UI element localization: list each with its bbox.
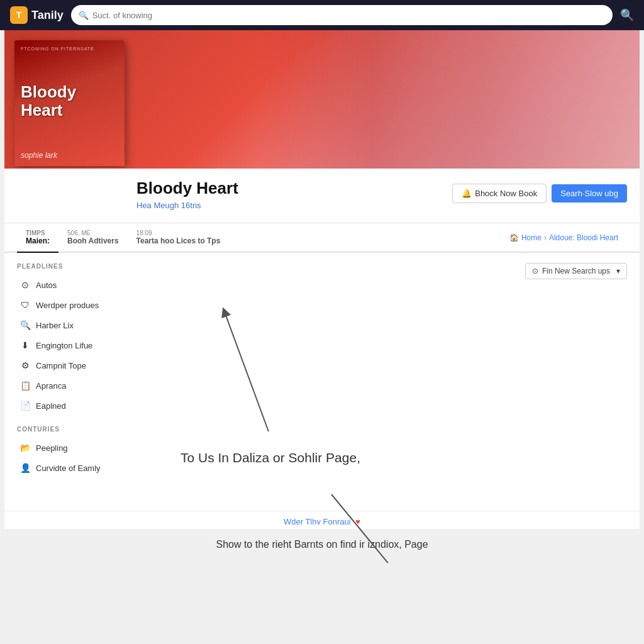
sidebar-item-peepling-label: Peepling — [36, 443, 68, 453]
search-input[interactable] — [92, 11, 605, 20]
hero-background — [258, 30, 640, 169]
search-slow-button[interactable]: Searh·Slow ubg — [552, 184, 627, 203]
book-cover-top-text: FTCOMING ON FITERNSATE — [21, 47, 118, 51]
sidebar-section2-label: CONTURIES — [17, 426, 143, 433]
arrow-svg-2 — [319, 488, 432, 563]
book-cover-banner: FTCOMING ON FITERNSATE Bloody Heart soph… — [14, 40, 125, 166]
tabs-row: TIMPS Maien: 506, ME Booh Adtivers 18:09… — [4, 223, 640, 253]
book-now-button[interactable]: 🔔 Bhock Now Book — [452, 184, 547, 203]
content-area: PLEADLINES ⊙ Autos 🛡 Werdper produes 🔍 H… — [4, 253, 640, 511]
brand-name: Tanily — [31, 9, 64, 22]
tab-lices[interactable]: 18:09 Tearta hoo Lices to Tps — [128, 223, 230, 253]
sidebar-item-engington-label: Engington Lifue — [36, 341, 92, 350]
sidebar-item-werdper[interactable]: 🛡 Werdper produes — [17, 295, 143, 315]
sidebar-item-curvidte-label: Curvidte of Eamly — [36, 464, 101, 473]
book-info-section: Bloody Heart Hea Meugh 16tns 🔔 Bhock Now… — [4, 169, 640, 223]
search-small-icon: 🔍 — [19, 319, 31, 331]
tab-timps-label: TIMPS — [26, 230, 50, 236]
breadcrumb-separator: › — [544, 233, 547, 242]
tab-1809-label: 18:09 — [136, 230, 221, 236]
sidebar-section1-label: PLEADLINES — [17, 263, 143, 270]
circle-icon: ⊙ — [19, 279, 31, 291]
sidebar-item-autos-label: Autos — [36, 280, 57, 290]
folder-icon: 📂 — [19, 442, 31, 453]
tab-book-advisers[interactable]: 506, ME Booh Adtivers — [58, 223, 128, 253]
filter-select[interactable]: ⊙ Fin New Search ups ▾ — [525, 263, 627, 279]
sidebar-item-apranca-label: Apranca — [36, 381, 66, 391]
tab-booh-label: Booh Adtivers — [67, 236, 119, 245]
annotation-text: To Us In Daliza or Sohlir Page, — [180, 450, 360, 465]
arrow-1 — [218, 306, 294, 446]
document-icon: 📄 — [19, 400, 31, 411]
clipboard-icon: 📋 — [19, 380, 31, 391]
navbar: T Tanily 🔍 🔍 — [0, 0, 644, 30]
svg-line-1 — [331, 494, 419, 563]
tab-main[interactable]: TIMPS Maien: — [17, 223, 58, 253]
arrow-2 — [319, 488, 432, 563]
sidebar-item-campnit[interactable]: ⚙ Campnit Tope — [17, 355, 143, 375]
filter-icon: ⊙ — [532, 267, 538, 275]
main-container: FTCOMING ON FITERNSATE Bloody Heart soph… — [4, 30, 640, 529]
chevron-down-icon: ▾ — [616, 267, 620, 275]
book-subtitle: Hea Meugh 16tns — [136, 201, 452, 210]
svg-line-0 — [225, 312, 269, 431]
sidebar-item-campnit-label: Campnit Tope — [36, 361, 86, 370]
breadcrumb-current: Aldoue: Bloodi Heart — [549, 233, 618, 242]
sidebar-item-engington[interactable]: ⬇ Engington Lifue — [17, 335, 143, 355]
book-info-text: Bloody Heart Hea Meugh 16tns — [136, 179, 452, 215]
hero-banner: FTCOMING ON FITERNSATE Bloody Heart soph… — [4, 30, 640, 169]
book-cover-author: sophie lark — [21, 151, 118, 160]
sidebar-item-eaplned-label: Eaplned — [36, 401, 66, 411]
brand-icon: T — [10, 6, 28, 24]
sidebar-item-eaplned[interactable]: 📄 Eaplned — [17, 396, 143, 416]
shield-icon: 🛡 — [19, 299, 31, 311]
tab-tearta-label: Tearta hoo Lices to Tps — [136, 236, 221, 245]
left-sidebar: PLEADLINES ⊙ Autos 🛡 Werdper produes 🔍 H… — [17, 263, 143, 501]
sidebar-item-peepling[interactable]: 📂 Peepling — [17, 438, 143, 458]
download-icon: ⬇ — [19, 340, 31, 351]
filter-label: Fin New Search ups — [542, 267, 610, 275]
tab-506-label: 506, ME — [67, 230, 119, 236]
search-icon: 🔍 — [79, 11, 89, 20]
annotation-area: To Us In Daliza or Sohlir Page, — [155, 287, 627, 501]
breadcrumb-home: Home — [521, 233, 541, 242]
gear-icon: ⚙ — [19, 360, 31, 371]
book-actions: 🔔 Bhock Now Book Searh·Slow ubg — [452, 184, 627, 203]
book-cover-title: Bloody Heart — [21, 83, 118, 119]
brand-logo[interactable]: T Tanily — [10, 6, 64, 24]
arrow-svg-1 — [218, 306, 294, 444]
bell-icon: 🔔 — [462, 189, 472, 198]
search-bar[interactable]: 🔍 — [71, 5, 613, 25]
tab-maien-label: Maien: — [26, 236, 50, 245]
tab-breadcrumb[interactable]: 🏠 Home › Aldoue: Bloodi Heart — [501, 223, 627, 252]
navbar-search-icon[interactable]: 🔍 — [620, 8, 634, 22]
sidebar-item-harber[interactable]: 🔍 Harber Lix — [17, 315, 143, 335]
sidebar-item-curvidte[interactable]: 👤 Curvidte of Eamly — [17, 458, 143, 478]
right-content: ⊙ Fin New Search ups ▾ — [155, 263, 627, 501]
sidebar-item-werdper-label: Werdper produes — [36, 301, 99, 310]
sidebar-item-autos[interactable]: ⊙ Autos — [17, 275, 143, 295]
sidebar-item-apranca[interactable]: 📋 Apranca — [17, 375, 143, 396]
sidebar-item-harber-label: Harber Lix — [36, 321, 74, 330]
home-icon: 🏠 — [509, 233, 519, 242]
user-icon: 👤 — [19, 462, 31, 474]
filter-row: ⊙ Fin New Search ups ▾ — [155, 263, 627, 279]
book-main-title: Bloody Heart — [136, 179, 452, 198]
